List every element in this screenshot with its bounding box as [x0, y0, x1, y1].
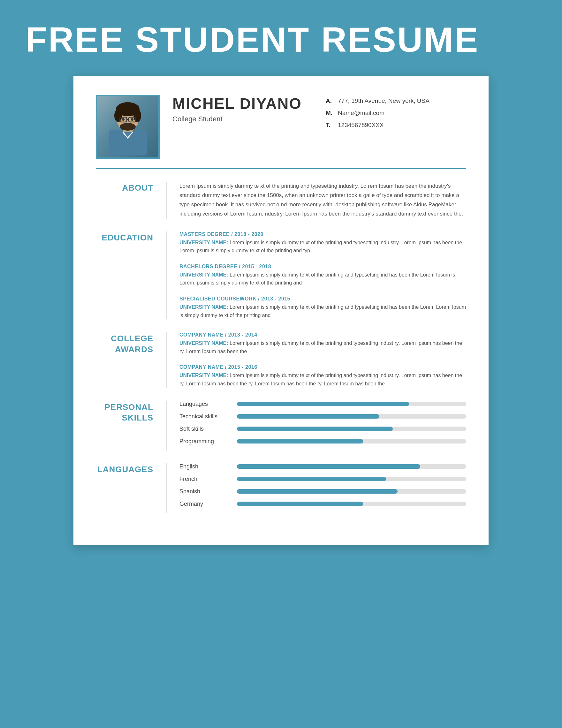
education-label: EDUCATION: [96, 231, 166, 320]
skill-name: Programming: [179, 438, 237, 445]
education-entry: BACHELORS DEGREE / 2015 - 2018 UNIVERSIT…: [179, 264, 466, 287]
skills-section: PERSONAL SKILLS Languages Technical skil…: [96, 401, 466, 451]
edu-degree: SPECIALISED COURSEWORK / 2013 - 2015: [179, 296, 466, 302]
address-line: A. 777, 19th Avenue, New york, USA: [326, 95, 466, 107]
svg-point-4: [114, 109, 122, 122]
languages-content: English French Spanish Germany: [166, 463, 466, 513]
skills-content: Languages Technical skills Soft skills P…: [166, 401, 466, 451]
language-row: English: [179, 463, 466, 470]
language-bar-fill: [237, 477, 386, 481]
language-name: English: [179, 463, 237, 470]
about-label: ABOUT: [96, 182, 166, 219]
language-row: French: [179, 476, 466, 482]
language-name: Germany: [179, 501, 237, 507]
award-entry: COMPANY NAME / 2013 - 2014 UNIVERSITY NA…: [179, 332, 466, 355]
skill-row: Soft skills: [179, 426, 466, 432]
language-bar: [237, 464, 466, 469]
award-desc: UNIVERSITY NAME: Lorem Ipsum is simply d…: [179, 371, 466, 388]
awards-section: COLLEGE AWARDS COMPANY NAME / 2013 - 201…: [96, 332, 466, 388]
email-line: M. Name@mail.com: [326, 107, 466, 119]
skill-name: Languages: [179, 401, 237, 407]
awards-label: COLLEGE AWARDS: [96, 332, 166, 388]
award-company: COMPANY NAME / 2015 - 2016: [179, 364, 466, 370]
edu-desc: UNIVERSITY NAME: Lorem Ipsum is simply d…: [179, 271, 466, 287]
skill-bar: [237, 427, 466, 431]
skill-bar: [237, 439, 466, 444]
award-desc: UNIVERSITY NAME: Lorem Ipsum is simply d…: [179, 339, 466, 355]
candidate-title: College Student: [172, 115, 313, 123]
edu-desc: UNIVERSITY NAME: Lorem Ipsum is simply d…: [179, 303, 466, 319]
skill-bar-fill: [237, 439, 363, 444]
languages-label: LANGUAGES: [96, 463, 166, 513]
svg-point-6: [120, 123, 136, 131]
language-bar: [237, 489, 466, 494]
page-header: FREE STUDENT RESUME: [0, 0, 562, 76]
language-row: Spanish: [179, 488, 466, 495]
language-name: French: [179, 476, 237, 482]
education-entry: MASTERS DEGREE / 2018 - 2020 UNIVERSITY …: [179, 231, 466, 255]
language-bar: [237, 502, 466, 506]
award-company: COMPANY NAME / 2013 - 2014: [179, 332, 466, 338]
education-entry: SPECIALISED COURSEWORK / 2013 - 2015 UNI…: [179, 296, 466, 319]
skill-row: Languages: [179, 401, 466, 407]
photo-container: [96, 95, 160, 159]
skill-bar-fill: [237, 427, 393, 431]
awards-content: COMPANY NAME / 2013 - 2014 UNIVERSITY NA…: [166, 332, 466, 388]
profile-photo: [97, 96, 158, 157]
edu-degree: BACHELORS DEGREE / 2015 - 2018: [179, 264, 466, 269]
skill-bar: [237, 402, 466, 406]
languages-section: LANGUAGES English French Spanish Germany: [96, 463, 466, 513]
language-row: Germany: [179, 501, 466, 507]
svg-point-5: [133, 109, 141, 122]
about-content: Lorem Ipsum is simply dummy te xt of the…: [166, 182, 466, 219]
skill-name: Technical skills: [179, 413, 237, 420]
phone-line: T. 1234567890XXX: [326, 119, 466, 131]
contact-section: A. 777, 19th Avenue, New york, USA M. Na…: [313, 95, 466, 131]
award-entry: COMPANY NAME / 2015 - 2016 UNIVERSITY NA…: [179, 364, 466, 388]
language-bar-fill: [237, 464, 420, 469]
skill-bar-fill: [237, 402, 409, 406]
language-name: Spanish: [179, 488, 237, 495]
skill-row: Technical skills: [179, 413, 466, 420]
skills-label: PERSONAL SKILLS: [96, 401, 166, 451]
resume-header: MICHEL DIYANO College Student A. 777, 19…: [96, 95, 466, 169]
edu-degree: MASTERS DEGREE / 2018 - 2020: [179, 231, 466, 237]
edu-desc: UNIVERSITY NAME: Lorem Ipsum is simply d…: [179, 239, 466, 255]
skill-bar-fill: [237, 414, 379, 419]
about-section: ABOUT Lorem Ipsum is simply dummy te xt …: [96, 182, 466, 219]
skill-bar: [237, 414, 466, 419]
skill-name: Soft skills: [179, 426, 237, 432]
education-content: MASTERS DEGREE / 2018 - 2020 UNIVERSITY …: [166, 231, 466, 320]
svg-point-11: [131, 118, 133, 121]
svg-point-10: [122, 118, 125, 121]
language-bar-fill: [237, 502, 363, 506]
education-section: EDUCATION MASTERS DEGREE / 2018 - 2020 U…: [96, 231, 466, 320]
about-text: Lorem Ipsum is simply dummy te xt of the…: [179, 182, 466, 219]
candidate-name: MICHEL DIYANO: [172, 95, 313, 112]
skill-row: Programming: [179, 438, 466, 445]
svg-rect-0: [109, 130, 147, 155]
person-illustration: [102, 98, 153, 155]
language-bar-fill: [237, 489, 398, 494]
page-title: FREE STUDENT RESUME: [26, 19, 536, 60]
name-section: MICHEL DIYANO College Student: [160, 95, 313, 123]
language-bar: [237, 477, 466, 481]
resume-container: MICHEL DIYANO College Student A. 777, 19…: [73, 76, 489, 545]
